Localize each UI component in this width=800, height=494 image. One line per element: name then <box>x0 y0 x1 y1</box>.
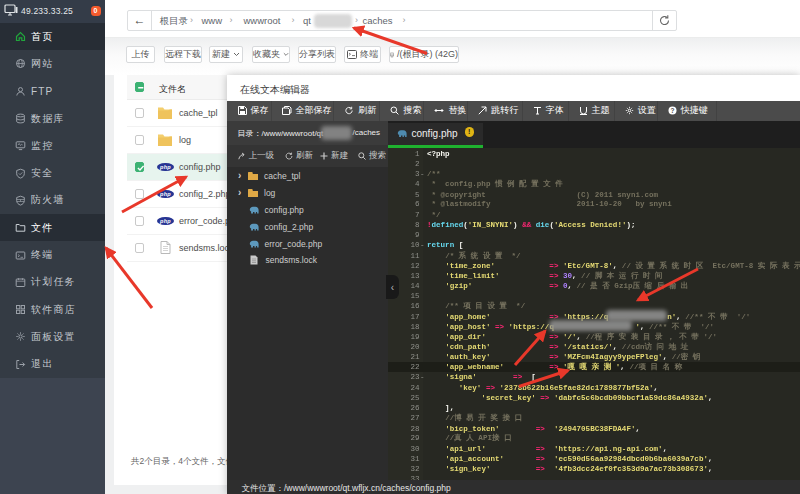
svg-text:?: ? <box>670 107 674 114</box>
